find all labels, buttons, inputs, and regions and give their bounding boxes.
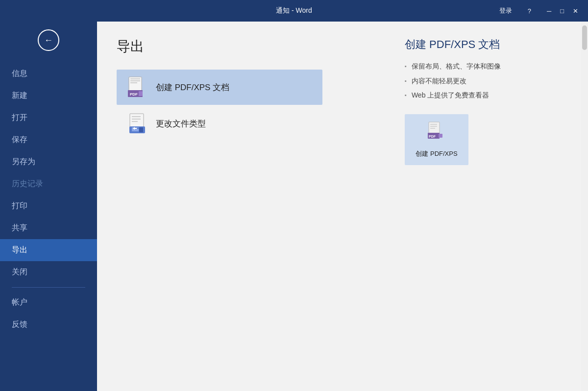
sidebar-item-baocun[interactable]: 保存 bbox=[0, 129, 97, 151]
title-bar-controls: 登录 ? ─ □ ✕ bbox=[495, 4, 582, 17]
minimize-button[interactable]: ─ bbox=[543, 5, 555, 17]
export-options: PDF 创建 PDF/XPS 文档 bbox=[117, 70, 322, 141]
svg-rect-17 bbox=[430, 124, 437, 125]
right-panel-bullets: ▪ 保留布局、格式、字体和图像 ▪ 内容不能轻易更改 ▪ Web 上提供了免费查… bbox=[405, 62, 562, 100]
svg-text:PDF: PDF bbox=[429, 135, 436, 138]
sidebar-item-fankui[interactable]: 反馈 bbox=[0, 314, 97, 336]
bullet-icon-1: ▪ bbox=[405, 63, 407, 70]
sidebar-item-guanbi[interactable]: 关闭 bbox=[0, 261, 97, 283]
sidebar-item-dayin[interactable]: 打印 bbox=[0, 195, 97, 217]
help-button[interactable]: ? bbox=[524, 5, 535, 17]
right-panel: 创建 PDF/XPS 文档 ▪ 保留布局、格式、字体和图像 ▪ 内容不能轻易更改… bbox=[395, 22, 581, 391]
content-main: 导出 PDF bbox=[97, 22, 395, 391]
create-btn-container: PDF 创建 PDF/XPS bbox=[405, 114, 562, 165]
svg-rect-8 bbox=[132, 116, 141, 117]
content-inner: 导出 PDF bbox=[97, 22, 588, 391]
sidebar-item-xinjian[interactable]: 新建 bbox=[0, 85, 97, 107]
svg-rect-1 bbox=[130, 78, 140, 79]
content-area: 导出 PDF bbox=[97, 22, 588, 391]
bullet-item-1: ▪ 保留布局、格式、字体和图像 bbox=[405, 62, 562, 72]
svg-rect-14 bbox=[139, 127, 143, 132]
sidebar-bottom: 帐户 反馈 bbox=[0, 292, 97, 340]
svg-rect-9 bbox=[132, 119, 141, 120]
page-title: 导出 bbox=[117, 37, 375, 56]
export-option-filetype-label: 更改文件类型 bbox=[156, 118, 206, 129]
back-button[interactable]: ← bbox=[38, 29, 59, 51]
create-pdf-button-label: 创建 PDF/XPS bbox=[416, 150, 457, 158]
back-arrow-icon: ← bbox=[44, 35, 53, 46]
sidebar-item-xinxi[interactable]: 信息 bbox=[0, 63, 97, 85]
sidebar-item-lishi: 历史记录 bbox=[0, 173, 97, 195]
sidebar-item-daochu[interactable]: 导出 bbox=[0, 239, 97, 261]
export-option-pdf[interactable]: PDF 创建 PDF/XPS 文档 bbox=[117, 70, 322, 105]
svg-rect-19 bbox=[430, 128, 435, 129]
bullet-icon-3: ▪ bbox=[405, 92, 407, 99]
sidebar-nav: 信息 新建 打开 保存 另存为 历史记录 打印 共享 导出 关闭 帐户 反馈 bbox=[0, 59, 97, 391]
sidebar-item-dakai[interactable]: 打开 bbox=[0, 107, 97, 129]
title-bar: 通知 - Word 登录 ? ─ □ ✕ bbox=[0, 0, 588, 22]
filetype-icon bbox=[126, 113, 148, 134]
login-button[interactable]: 登录 bbox=[495, 4, 516, 17]
right-panel-title: 创建 PDF/XPS 文档 bbox=[405, 37, 562, 52]
app-body: ← 信息 新建 打开 保存 另存为 历史记录 打印 共享 导出 关闭 帐户 反馈… bbox=[0, 22, 588, 391]
export-option-pdf-label: 创建 PDF/XPS 文档 bbox=[156, 82, 229, 93]
svg-rect-3 bbox=[130, 82, 137, 83]
close-button[interactable]: ✕ bbox=[569, 5, 582, 17]
sidebar-item-zhanghu[interactable]: 帐户 bbox=[0, 292, 97, 314]
create-pdf-button-icon: PDF bbox=[425, 121, 448, 146]
maximize-button[interactable]: □ bbox=[556, 5, 568, 17]
sidebar-item-lingyun[interactable]: 另存为 bbox=[0, 151, 97, 173]
scrollbar[interactable] bbox=[581, 22, 588, 391]
sidebar-item-gongxiang[interactable]: 共享 bbox=[0, 217, 97, 239]
window-controls: ─ □ ✕ bbox=[543, 5, 582, 17]
bullet-text-3: Web 上提供了免费查看器 bbox=[412, 91, 489, 100]
svg-text:PDF: PDF bbox=[130, 92, 138, 97]
svg-rect-18 bbox=[430, 126, 437, 127]
bullet-item-2: ▪ 内容不能轻易更改 bbox=[405, 76, 562, 86]
bullet-text-1: 保留布局、格式、字体和图像 bbox=[412, 62, 501, 72]
svg-rect-22 bbox=[439, 134, 442, 138]
bullet-text-2: 内容不能轻易更改 bbox=[412, 76, 466, 86]
bullet-icon-2: ▪ bbox=[405, 77, 407, 85]
pdf-xps-icon: PDF bbox=[126, 76, 148, 98]
sidebar-back-section: ← bbox=[0, 22, 97, 59]
title-bar-title: 通知 - Word bbox=[276, 6, 312, 15]
scrollbar-thumb[interactable] bbox=[582, 25, 587, 50]
svg-rect-6 bbox=[139, 91, 143, 96]
export-option-filetype[interactable]: 更改文件类型 bbox=[117, 106, 322, 141]
create-pdf-button[interactable]: PDF 创建 PDF/XPS bbox=[405, 114, 468, 165]
bullet-item-3: ▪ Web 上提供了免费查看器 bbox=[405, 91, 562, 100]
sidebar: ← 信息 新建 打开 保存 另存为 历史记录 打印 共享 导出 关闭 帐户 反馈 bbox=[0, 22, 97, 391]
svg-rect-10 bbox=[132, 121, 138, 122]
sidebar-divider bbox=[12, 287, 85, 288]
svg-rect-13 bbox=[137, 128, 139, 129]
svg-rect-2 bbox=[130, 80, 140, 81]
